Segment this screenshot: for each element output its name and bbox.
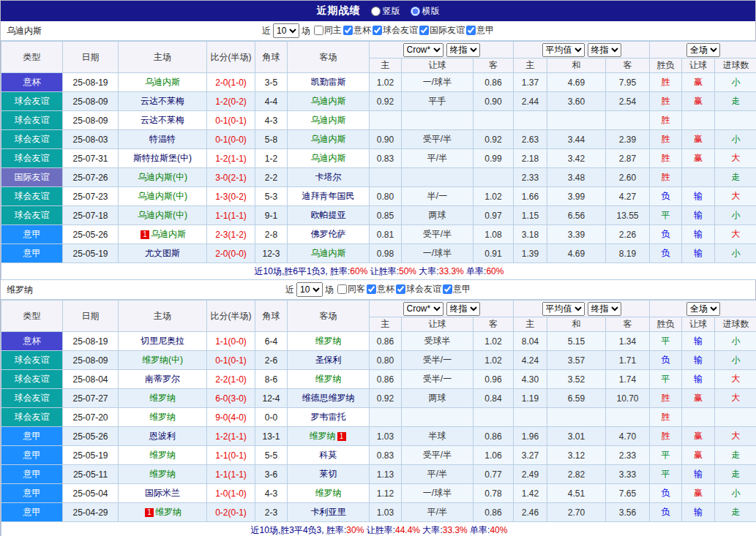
team-link[interactable]: 维罗纳 bbox=[315, 336, 342, 346]
filter-checkbox-input[interactable] bbox=[343, 26, 353, 35]
match-score[interactable]: 3-0(2-1) bbox=[207, 168, 255, 187]
filter-checkbox-input[interactable] bbox=[396, 284, 405, 294]
team-link[interactable]: 维罗纳 bbox=[149, 450, 176, 460]
subcol-result-outcome: 胜负 bbox=[650, 58, 682, 73]
team-link[interactable]: 国际米兰 bbox=[145, 488, 180, 498]
team-link[interactable]: 科莫 bbox=[320, 450, 337, 460]
team-link[interactable]: 乌迪内斯 bbox=[311, 115, 346, 125]
team-link[interactable]: 凯勤雷斯 bbox=[311, 77, 346, 87]
team-link[interactable]: 乌迪内斯(中) bbox=[138, 172, 187, 182]
team-link[interactable]: 南蒂罗尔 bbox=[145, 374, 180, 384]
team-link[interactable]: 维罗纳 bbox=[149, 469, 176, 479]
team-link[interactable]: 乌迪内斯(中) bbox=[138, 191, 187, 201]
fulltime-select[interactable]: 全场 bbox=[686, 43, 720, 57]
match-score[interactable]: 1-3(0-2) bbox=[207, 187, 255, 206]
team-link[interactable]: 维德思维罗纳 bbox=[302, 393, 355, 403]
vertical-layout-radio[interactable] bbox=[371, 7, 381, 16]
filter-checkbox[interactable]: 意甲 bbox=[466, 24, 494, 37]
match-score[interactable]: 0-1(0-1) bbox=[207, 351, 255, 370]
filter-checkbox[interactable]: 球会友谊 bbox=[396, 283, 441, 295]
team-link[interactable]: 佛罗伦萨 bbox=[311, 229, 346, 239]
odds-stage-select-2[interactable]: 终指 bbox=[588, 302, 621, 316]
match-score[interactable]: 1-2(0-2) bbox=[207, 92, 255, 111]
match-score[interactable]: 1-1(0-1) bbox=[207, 446, 255, 465]
match-score[interactable]: 2-0(1-0) bbox=[207, 73, 255, 92]
team-link[interactable]: 云达不莱梅 bbox=[141, 96, 184, 106]
team-link[interactable]: 维罗纳 bbox=[149, 393, 176, 403]
team-link[interactable]: 切里尼奥拉 bbox=[141, 336, 184, 346]
team-link[interactable]: 乌迪内斯 bbox=[311, 134, 346, 144]
team-link[interactable]: 特温特 bbox=[149, 134, 176, 144]
match-score[interactable]: 0-2(0-1) bbox=[207, 503, 255, 522]
odds-away: 1.02 bbox=[474, 351, 514, 370]
odds-home bbox=[370, 408, 402, 427]
match-score[interactable]: 2-3(1-2) bbox=[207, 225, 255, 244]
match-score[interactable]: 0-1(0-1) bbox=[207, 111, 255, 130]
match-score[interactable]: 1-1(0-0) bbox=[207, 332, 255, 351]
team-link[interactable]: 乌迪内斯 bbox=[311, 248, 346, 258]
team-link[interactable]: 维罗纳(中) bbox=[142, 355, 183, 365]
average-select[interactable]: 平均值 bbox=[542, 302, 585, 316]
team-link[interactable]: 罗韦雷托 bbox=[311, 412, 346, 422]
match-score[interactable]: 1-0(1-0) bbox=[207, 484, 255, 503]
team-link[interactable]: 圣保利 bbox=[315, 355, 342, 365]
filter-checkbox[interactable]: 意甲 bbox=[443, 283, 471, 295]
filter-checkbox-input[interactable] bbox=[367, 284, 376, 294]
filter-checkbox[interactable]: 同客 bbox=[337, 283, 365, 295]
filter-checkbox[interactable]: 意杯 bbox=[367, 283, 394, 295]
filter-checkbox-input[interactable] bbox=[419, 26, 429, 35]
team-link[interactable]: 乌迪内斯(中) bbox=[138, 210, 187, 220]
match-score[interactable]: 2-2(1-0) bbox=[207, 370, 255, 389]
team-link[interactable]: 卡塔尔 bbox=[315, 172, 342, 182]
team-link[interactable]: 维罗纳 bbox=[155, 507, 181, 517]
horizontal-layout-radio[interactable] bbox=[411, 7, 420, 16]
match-score[interactable]: 1-1(1-1) bbox=[207, 465, 255, 484]
filter-checkbox-input[interactable] bbox=[337, 284, 347, 294]
view-option-horizontal[interactable]: 横版 bbox=[411, 5, 440, 18]
team-link[interactable]: 乌迪内斯 bbox=[145, 77, 180, 87]
match-score[interactable]: 1-2(1-1) bbox=[207, 427, 255, 446]
filter-checkbox-input[interactable] bbox=[373, 26, 382, 35]
team-link[interactable]: 迪拜青年国民 bbox=[302, 191, 355, 201]
filter-checkbox[interactable]: 国际友谊 bbox=[419, 24, 465, 37]
filter-checkbox[interactable]: 球会友谊 bbox=[373, 24, 418, 37]
team-link[interactable]: 莱切 bbox=[320, 469, 337, 479]
team-link[interactable]: 维罗纳 bbox=[149, 412, 176, 422]
match-date: 25-05-26 bbox=[63, 427, 119, 446]
team-name: 维罗纳 bbox=[7, 284, 33, 296]
odds-stage-select-1[interactable]: 终指 bbox=[446, 43, 480, 57]
team-link[interactable]: 乌迪内斯 bbox=[151, 229, 186, 239]
match-score[interactable]: 1-1(1-1) bbox=[207, 206, 255, 225]
match-score[interactable]: 0-1(0-0) bbox=[207, 130, 255, 149]
filter-checkbox-input[interactable] bbox=[314, 26, 323, 35]
team-link[interactable]: 斯特拉斯堡(中) bbox=[133, 153, 192, 163]
match-score[interactable]: 2-0(0-0) bbox=[207, 244, 255, 263]
bookmaker-select[interactable]: Crow* bbox=[403, 302, 444, 316]
team-link[interactable]: 恩波利 bbox=[149, 431, 176, 441]
filter-checkbox[interactable]: 意杯 bbox=[343, 24, 371, 37]
match-score[interactable]: 9-0(4-0) bbox=[207, 408, 255, 427]
match-count-select[interactable]: 10 bbox=[296, 282, 323, 297]
match-score[interactable]: 1-2(1-1) bbox=[207, 149, 255, 168]
team-link[interactable]: 乌迪内斯 bbox=[311, 153, 346, 163]
fulltime-select[interactable]: 全场 bbox=[686, 302, 720, 316]
team-link[interactable]: 云达不莱梅 bbox=[141, 115, 184, 125]
team-link[interactable]: 维罗纳 bbox=[315, 374, 342, 384]
odds-stage-select-2[interactable]: 终指 bbox=[588, 43, 621, 57]
team-link[interactable]: 尤文图斯 bbox=[145, 248, 180, 258]
result-outcome: 负 bbox=[650, 503, 682, 522]
average-select[interactable]: 平均值 bbox=[542, 43, 585, 57]
team-link[interactable]: 乌迪内斯 bbox=[311, 96, 346, 106]
filter-checkbox-input[interactable] bbox=[466, 26, 476, 35]
bookmaker-select[interactable]: Crow* bbox=[403, 43, 444, 57]
view-option-vertical[interactable]: 竖版 bbox=[371, 5, 400, 18]
team-link[interactable]: 维罗纳 bbox=[315, 488, 342, 498]
filter-checkbox[interactable]: 同主 bbox=[314, 24, 342, 37]
match-score[interactable]: 6-0(3-0) bbox=[207, 389, 255, 408]
team-link[interactable]: 欧帕提亚 bbox=[311, 210, 346, 220]
odds-stage-select-1[interactable]: 终指 bbox=[446, 302, 480, 316]
team-link[interactable]: 卡利亚里 bbox=[311, 507, 346, 517]
filter-checkbox-input[interactable] bbox=[443, 284, 452, 294]
team-link[interactable]: 维罗纳 bbox=[310, 431, 336, 441]
match-count-select[interactable]: 10 bbox=[273, 23, 299, 38]
